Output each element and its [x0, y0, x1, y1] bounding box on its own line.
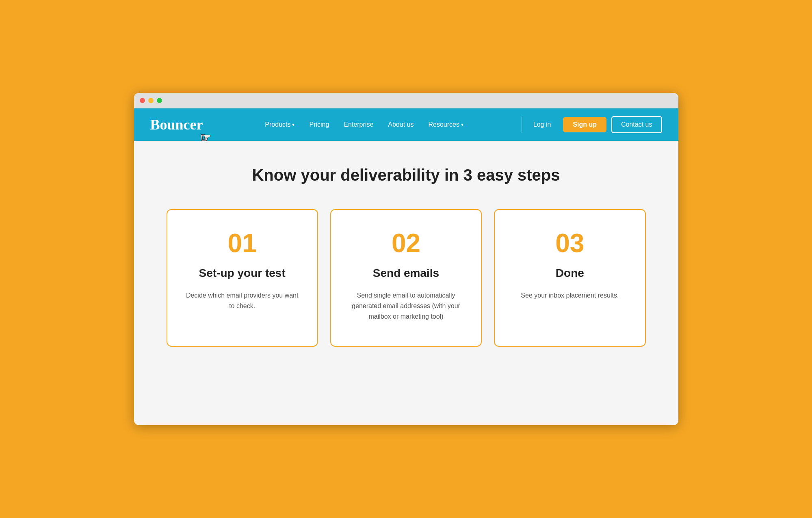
steps-grid: 01 Set-up your test Decide which email p…: [167, 209, 646, 347]
page-title: Know your deliverability in 3 easy steps: [167, 165, 646, 185]
step-description-1: Decide which email providers you want to…: [184, 290, 301, 311]
minimize-dot[interactable]: [148, 98, 154, 103]
signup-button[interactable]: Sign up: [563, 117, 606, 132]
close-dot[interactable]: [140, 98, 145, 103]
nav-divider: [522, 117, 522, 133]
nav-item-products[interactable]: Products: [258, 117, 302, 132]
browser-titlebar: [134, 93, 678, 108]
step-number-3: 03: [555, 230, 584, 256]
step-card-2: 02 Send emails Send single email to auto…: [330, 209, 482, 347]
step-description-3: See your inbox placement results.: [521, 290, 619, 301]
navbar-nav: Products Pricing Enterprise About us Res…: [211, 117, 518, 132]
step-number-2: 02: [392, 230, 420, 256]
main-content: Know your deliverability in 3 easy steps…: [134, 141, 678, 425]
step-title-2: Send emails: [373, 266, 439, 281]
contact-button[interactable]: Contact us: [611, 116, 662, 133]
step-title-1: Set-up your test: [199, 266, 286, 281]
nav-item-pricing[interactable]: Pricing: [302, 117, 336, 132]
login-button[interactable]: Log in: [526, 117, 559, 132]
cursor-icon: ☞: [200, 131, 210, 145]
nav-item-enterprise[interactable]: Enterprise: [336, 117, 381, 132]
step-number-1: 01: [228, 230, 257, 256]
logo[interactable]: Bouncer ☞: [150, 116, 203, 133]
nav-item-about[interactable]: About us: [381, 117, 421, 132]
step-title-3: Done: [556, 266, 584, 281]
navbar-actions: Log in Sign up Contact us: [526, 116, 662, 133]
nav-item-resources[interactable]: Resources: [421, 117, 470, 132]
step-description-2: Send single email to automatically gener…: [347, 290, 465, 322]
navbar: Bouncer ☞ Products Pricing Enterprise Ab…: [134, 108, 678, 141]
fullscreen-dot[interactable]: [157, 98, 162, 103]
step-card-1: 01 Set-up your test Decide which email p…: [167, 209, 318, 347]
browser-window: Bouncer ☞ Products Pricing Enterprise Ab…: [134, 93, 678, 425]
step-card-3: 03 Done See your inbox placement results…: [494, 209, 645, 347]
